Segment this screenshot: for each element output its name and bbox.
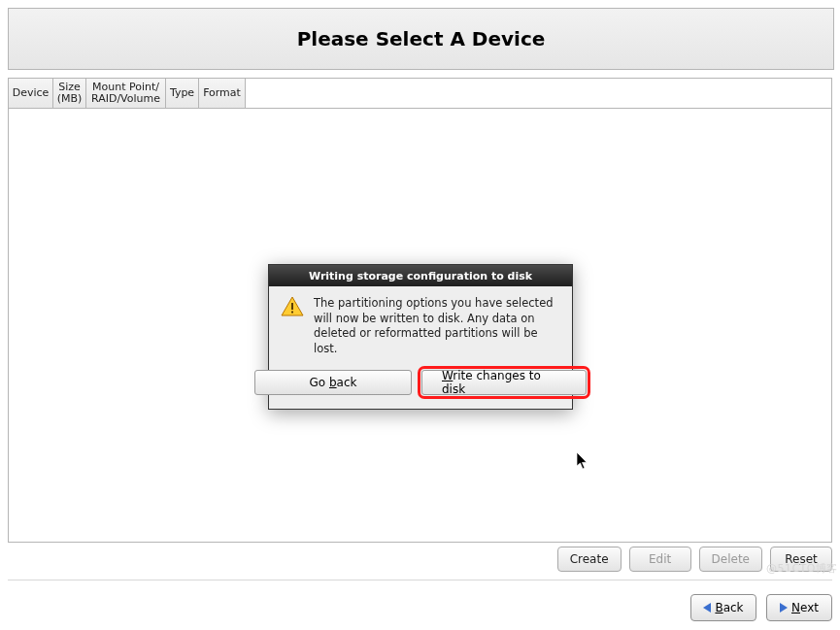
- next-button-label: Next: [791, 601, 819, 614]
- write-config-dialog: Writing storage configuration to disk Th…: [268, 264, 573, 410]
- dialog-button-row: Go back Write changes to disk: [269, 362, 572, 409]
- col-format[interactable]: Format: [199, 79, 246, 108]
- col-device[interactable]: Device: [9, 79, 53, 108]
- arrow-right-icon: [780, 603, 788, 613]
- table-header-row: Device Size (MB) Mount Point/ RAID/Volum…: [9, 79, 831, 109]
- svg-rect-0: [291, 303, 293, 310]
- write-changes-label: Write changes to disk: [442, 369, 566, 396]
- wizard-nav: Back Next: [690, 594, 832, 621]
- create-button[interactable]: Create: [557, 547, 622, 572]
- next-button[interactable]: Next: [766, 594, 832, 621]
- back-button-label: Back: [715, 601, 743, 614]
- banner: Please Select A Device: [8, 8, 834, 70]
- dialog-message: The partitioning options you have select…: [314, 296, 560, 356]
- go-back-label: Go back: [310, 376, 357, 389]
- write-changes-button[interactable]: Write changes to disk: [421, 370, 587, 395]
- separator: [8, 580, 832, 580]
- col-size[interactable]: Size (MB): [53, 79, 86, 108]
- warning-icon: [281, 296, 304, 356]
- edit-button: Edit: [629, 547, 691, 572]
- dialog-body: The partitioning options you have select…: [269, 286, 572, 362]
- partition-actions: Create Edit Delete Reset: [8, 547, 832, 574]
- col-type[interactable]: Type: [166, 79, 199, 108]
- back-button[interactable]: Back: [690, 594, 756, 621]
- page-title: Please Select A Device: [297, 27, 546, 50]
- watermark: @51CTO博客: [766, 561, 838, 576]
- go-back-button[interactable]: Go back: [254, 370, 412, 395]
- dialog-title: Writing storage configuration to disk: [269, 265, 572, 286]
- svg-rect-1: [291, 312, 293, 314]
- arrow-left-icon: [703, 603, 711, 613]
- col-mount[interactable]: Mount Point/ RAID/Volume: [86, 79, 166, 108]
- delete-button: Delete: [699, 547, 762, 572]
